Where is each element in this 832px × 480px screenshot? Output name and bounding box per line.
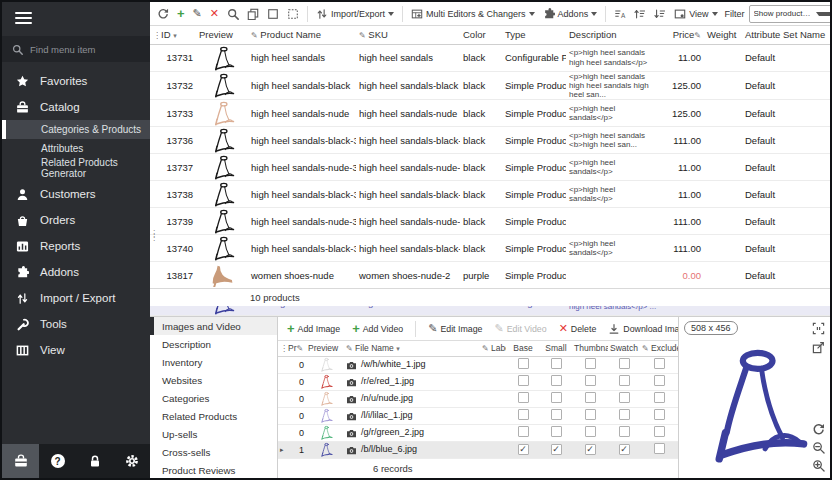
cell-preview[interactable] <box>196 154 248 181</box>
cell-type[interactable]: Simple Product <box>502 262 566 289</box>
cell-preview[interactable] <box>196 235 248 262</box>
sort-desc-button[interactable] <box>651 6 669 22</box>
tab-related-products[interactable]: Related Products <box>150 407 277 425</box>
cell-price[interactable]: 125.00 <box>662 100 704 127</box>
cell-file-name[interactable]: /w/h/white_1.jpg <box>344 356 480 373</box>
cell-price[interactable]: 11.00 <box>662 44 704 71</box>
swatch-checkbox[interactable] <box>619 444 630 455</box>
cell-preview[interactable] <box>306 373 344 390</box>
small-checkbox[interactable] <box>551 426 562 437</box>
cell-attribute-set[interactable]: Default <box>742 44 830 71</box>
cell-type[interactable]: Simple Product <box>502 127 566 154</box>
table-row[interactable]: 13737high heel sandals-nude-36high heel … <box>150 154 830 181</box>
col-price[interactable]: Price✎ <box>662 26 704 44</box>
delete-image-button[interactable]: ✕Delete <box>556 321 600 336</box>
add-image-button[interactable]: +Add Image <box>284 320 343 337</box>
table-row[interactable]: 13738high heel sandals-black-37high heel… <box>150 181 830 208</box>
exclude-checkbox[interactable] <box>654 443 665 454</box>
cell-sku[interactable]: women shoes-nude-2 <box>356 262 460 289</box>
add-product-button[interactable]: + <box>174 5 188 22</box>
base-checkbox[interactable] <box>518 409 529 420</box>
cell-preview[interactable] <box>196 100 248 127</box>
download-image-button[interactable]: Download Image <box>605 321 678 337</box>
cell-id[interactable]: 13733 <box>158 100 196 127</box>
cell-type[interactable]: Simple Product <box>502 235 566 262</box>
cell-position[interactable]: 0 <box>286 356 306 373</box>
cell-attribute-set[interactable]: Default <box>742 262 830 289</box>
col-product-name[interactable]: ✎ Product Name <box>248 26 356 44</box>
small-checkbox[interactable] <box>551 375 562 386</box>
sidebar-item-favorites[interactable]: Favorites <box>2 68 150 94</box>
col-position[interactable]: Pr✎ <box>286 341 306 356</box>
actual-size-icon[interactable] <box>812 322 825 335</box>
cell-weight[interactable] <box>704 71 742 100</box>
base-checkbox[interactable] <box>518 358 529 369</box>
thumbnail-checkbox[interactable] <box>585 375 596 386</box>
cell-id[interactable]: 13740 <box>158 235 196 262</box>
cell-attribute-set[interactable]: Default <box>742 154 830 181</box>
cell-color[interactable]: black <box>460 235 502 262</box>
swatch-checkbox[interactable] <box>619 358 630 369</box>
cell-id[interactable]: 13738 <box>158 181 196 208</box>
base-checkbox[interactable] <box>518 444 529 455</box>
col-file-name[interactable]: ✎ File Name ▾ <box>344 341 480 356</box>
cell-sku[interactable]: high heel sandals-black-36 <box>356 127 460 154</box>
col-thumbnail[interactable]: Thumbna <box>572 341 608 356</box>
cell-file-name[interactable]: /n/u/nude.jpg <box>344 390 480 407</box>
multi-editors-button[interactable]: Multi Editors & Changers <box>408 6 538 22</box>
col-preview[interactable]: Preview <box>196 26 248 44</box>
cell-sku[interactable]: high heel sandals-black-37 <box>356 181 460 208</box>
cell-product-name[interactable]: high heel sandals <box>248 44 356 71</box>
table-row[interactable]: 13736high heel sandals-black-36high heel… <box>150 127 830 154</box>
add-video-button[interactable]: +Add Video <box>349 320 406 337</box>
cell-attribute-set[interactable]: Default <box>742 71 830 100</box>
cell-color[interactable]: purple <box>460 262 502 289</box>
table-row[interactable]: 13740high heel sandals-black-38high heel… <box>150 235 830 262</box>
table-row[interactable]: 0/n/u/nude.jpg <box>278 390 678 407</box>
cell-preview[interactable] <box>306 441 344 458</box>
menu-search-input[interactable] <box>30 44 130 55</box>
col-type[interactable]: Type <box>502 26 566 44</box>
settings-button[interactable] <box>113 444 150 478</box>
left-splitter-handle[interactable]: ⋮⋮ <box>150 232 156 258</box>
cell-type[interactable]: Configurable Product <box>502 44 566 71</box>
cell-description[interactable]: <p>high heel sandals <b>high heel san... <box>566 127 662 154</box>
cell-preview[interactable] <box>196 71 248 100</box>
view-button[interactable]: View <box>671 6 720 22</box>
thumbnail-checkbox[interactable] <box>585 426 596 437</box>
checkbox-mode-button[interactable] <box>264 6 282 22</box>
sidebar-item-addons[interactable]: Addons <box>2 259 150 285</box>
swatch-checkbox[interactable] <box>619 375 630 386</box>
cell-attribute-set[interactable]: Default <box>742 127 830 154</box>
zoom-in-icon[interactable] <box>812 459 825 472</box>
col-swatch[interactable]: Swatch <box>608 341 640 356</box>
sidebar-item-attributes[interactable]: Attributes <box>2 139 150 158</box>
cell-product-name[interactable]: high heel sandals-black <box>248 71 356 100</box>
cell-color[interactable]: black <box>460 208 502 235</box>
exclude-checkbox[interactable] <box>654 426 665 437</box>
table-row[interactable]: 13817women shoes-nudewomen shoes-nude-2p… <box>150 262 830 289</box>
sidebar-item-related-products-generator[interactable]: Related Products Generator <box>2 158 150 177</box>
cell-preview[interactable] <box>196 208 248 235</box>
zoom-out-icon[interactable] <box>812 441 825 454</box>
cell-weight[interactable] <box>704 44 742 71</box>
base-checkbox[interactable] <box>518 426 529 437</box>
cell-sku[interactable]: high heel sandals-nude-36 <box>356 154 460 181</box>
cell-product-name[interactable]: high heel sandals-black-36 <box>248 127 356 154</box>
help-button[interactable]: ? <box>39 444 76 478</box>
thumbnail-checkbox[interactable] <box>585 444 596 455</box>
cell-weight[interactable] <box>704 262 742 289</box>
table-row[interactable]: 13733high heel sandals-nudehigh heel san… <box>150 100 830 127</box>
cell-price[interactable]: 125.00 <box>662 71 704 100</box>
cell-price[interactable]: 111.00 <box>662 208 704 235</box>
swatch-checkbox[interactable] <box>619 392 630 403</box>
cell-type[interactable]: Simple Product <box>502 100 566 127</box>
cell-color[interactable]: black <box>460 127 502 154</box>
cell-preview[interactable] <box>196 44 248 71</box>
cell-description[interactable]: <p>high heel sandals high heel sandals</… <box>566 44 662 71</box>
cell-preview[interactable] <box>306 356 344 373</box>
exclude-checkbox[interactable] <box>654 375 665 386</box>
cell-position[interactable]: 0 <box>286 407 306 424</box>
base-checkbox[interactable] <box>518 375 529 386</box>
cell-attribute-set[interactable]: Default <box>742 181 830 208</box>
